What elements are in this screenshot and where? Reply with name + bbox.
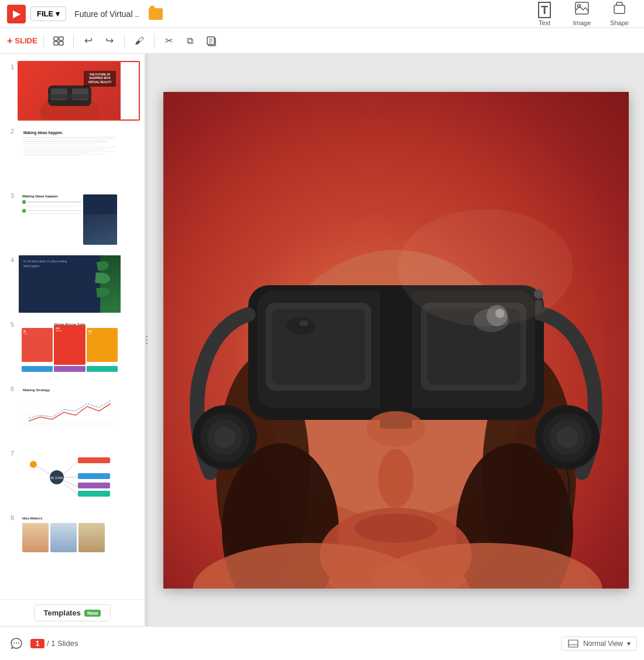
divider xyxy=(43,34,44,48)
slide-thumbnail-2[interactable]: Making Ideas happen. xyxy=(18,125,140,185)
slide-thumbnail-8[interactable]: Idea Makers xyxy=(18,512,140,572)
text-tool-icon: T xyxy=(538,2,551,18)
slide-item-8[interactable]: 8 Idea Makers xyxy=(0,509,145,574)
svg-rect-16 xyxy=(48,94,91,99)
templates-section: Templates New xyxy=(0,599,145,626)
svg-point-31 xyxy=(30,461,37,468)
svg-line-22 xyxy=(64,462,77,474)
layout-button[interactable] xyxy=(50,32,67,50)
slide-item-4[interactable]: 4 It's not about ideas. It's about makin… xyxy=(0,252,145,316)
svg-point-55 xyxy=(366,411,425,446)
templates-label: Templates xyxy=(44,608,81,617)
right-tools: T Text Image Shape xyxy=(527,0,637,29)
new-badge: New xyxy=(84,610,101,617)
slide-list: 1 xyxy=(0,54,145,599)
divider3 xyxy=(124,34,125,48)
slide-number-4: 4 xyxy=(5,257,14,264)
svg-point-71 xyxy=(16,642,17,644)
divider2 xyxy=(73,34,74,48)
paste-button[interactable] xyxy=(203,32,220,50)
svg-line-25 xyxy=(64,484,77,494)
slide-canvas xyxy=(163,92,629,589)
chat-button[interactable] xyxy=(7,634,26,653)
svg-point-64 xyxy=(557,427,578,448)
app-logo[interactable]: ▶ xyxy=(7,5,26,23)
paint-button[interactable]: 🖌 xyxy=(131,32,148,50)
file-label: FILE xyxy=(37,9,53,18)
undo-button[interactable]: ↩ xyxy=(80,32,97,50)
slide-item-7[interactable]: 7 BE SURE xyxy=(0,445,145,509)
slide-number-6: 6 xyxy=(5,385,14,392)
svg-line-24 xyxy=(64,481,77,487)
slide-thumbnail-6[interactable]: Making Strategy xyxy=(18,383,140,443)
templates-button[interactable]: Templates New xyxy=(34,604,111,621)
slide-number-2: 2 xyxy=(5,128,14,135)
slide-number-5: 5 xyxy=(5,321,14,328)
svg-rect-27 xyxy=(78,457,110,463)
bottom-bar: 1 / 1 Slides Normal View ▾ xyxy=(0,626,644,660)
current-slide-number: 1 xyxy=(30,639,44,648)
text-tool-button[interactable]: T Text xyxy=(527,0,562,29)
svg-rect-3 xyxy=(54,37,58,40)
total-slides-label: / 1 Slides xyxy=(47,639,78,648)
resize-dots xyxy=(146,336,148,344)
normal-view-button[interactable]: Normal View ▾ xyxy=(561,637,637,651)
file-button[interactable]: FILE ▾ xyxy=(30,6,66,21)
add-icon: + xyxy=(7,36,12,46)
add-slide-button[interactable]: + SLIDE xyxy=(7,36,37,46)
slide-item-3[interactable]: 3 Making Ideas happen xyxy=(0,187,145,252)
shape-tool-button[interactable]: Shape xyxy=(602,0,637,29)
svg-point-47 xyxy=(299,320,309,326)
slide-thumbnail-1[interactable]: THE FUTURE OF SHOPPING WITH VIRTUAL REAL… xyxy=(18,61,140,121)
slide-label: SLIDE xyxy=(15,36,37,45)
redo-button[interactable]: ↪ xyxy=(101,32,118,50)
slide-number-3: 3 xyxy=(5,192,14,199)
svg-rect-29 xyxy=(78,483,110,488)
image-tool-button[interactable]: Image xyxy=(564,0,600,29)
slide-number-7: 7 xyxy=(5,450,14,457)
main-content: 1 xyxy=(0,54,644,626)
image-tool-icon xyxy=(575,2,589,18)
document-title[interactable]: Future of Virtual .. xyxy=(74,9,139,19)
slide-thumbnail-5[interactable]: Simple Pricing Table $0 Free $30 Medium xyxy=(18,319,140,378)
normal-view-label: Normal View xyxy=(583,640,623,648)
text-tool-label: Text xyxy=(539,19,550,26)
slide-item-5[interactable]: 5 Simple Pricing Table $0 Free $30 Mediu… xyxy=(0,316,145,381)
shape-tool-icon xyxy=(613,2,626,18)
slide-thumbnail-4[interactable]: It's not about ideas. It's about making … xyxy=(18,254,140,314)
svg-point-56 xyxy=(378,449,413,508)
slide-item-1[interactable]: 1 xyxy=(0,59,145,123)
folder-icon[interactable] xyxy=(149,8,163,20)
svg-rect-28 xyxy=(78,473,110,479)
top-toolbar: ▶ FILE ▾ Future of Virtual .. T Text Ima… xyxy=(0,0,644,28)
slide-counter: 1 / 1 Slides xyxy=(30,639,78,648)
slide-number-8: 8 xyxy=(5,514,14,521)
file-chevron: ▾ xyxy=(56,9,60,18)
copy-button[interactable]: ⧉ xyxy=(181,32,199,50)
svg-rect-2 xyxy=(614,5,625,13)
svg-rect-30 xyxy=(78,491,110,497)
shape-tool-label: Shape xyxy=(610,19,629,26)
image-tool-label: Image xyxy=(573,19,591,26)
svg-point-60 xyxy=(214,427,235,448)
svg-text:BE SURE: BE SURE xyxy=(50,476,64,480)
svg-rect-4 xyxy=(59,37,63,40)
view-controls: Normal View ▾ xyxy=(561,637,637,651)
svg-rect-45 xyxy=(272,309,365,385)
svg-point-66 xyxy=(355,514,437,543)
slide-item-2[interactable]: 2 Making Ideas happen. xyxy=(0,123,145,187)
slide-content xyxy=(163,92,629,589)
slide-thumbnail-3[interactable]: Making Ideas happen xyxy=(18,190,140,249)
slide-panel: 1 xyxy=(0,54,145,626)
normal-view-chevron: ▾ xyxy=(627,640,631,648)
divider4 xyxy=(154,34,155,48)
slide-item-6[interactable]: 6 Making Strategy xyxy=(0,381,145,445)
svg-rect-73 xyxy=(568,640,578,647)
svg-rect-5 xyxy=(54,42,58,45)
cut-button[interactable]: ✂ xyxy=(160,32,178,50)
svg-rect-43 xyxy=(380,288,412,429)
svg-rect-6 xyxy=(59,42,63,45)
canvas-area[interactable] xyxy=(148,54,644,626)
slide-thumbnail-7[interactable]: BE SURE xyxy=(18,447,140,507)
svg-point-46 xyxy=(286,317,316,335)
